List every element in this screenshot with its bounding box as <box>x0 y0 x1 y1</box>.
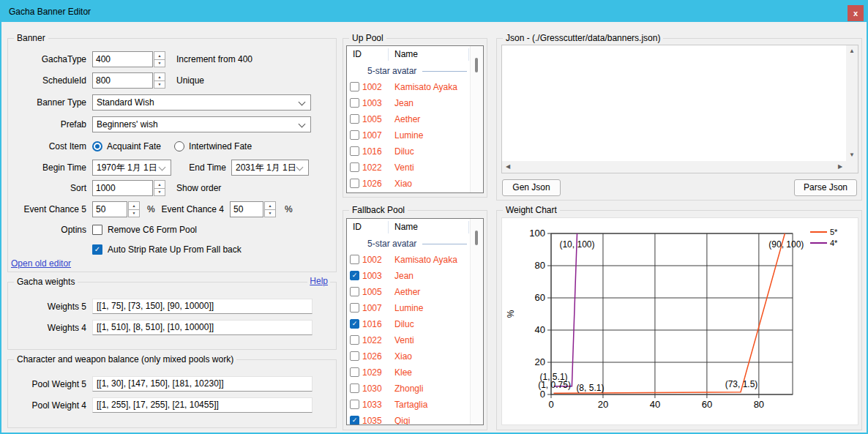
checkbox-icon[interactable] <box>92 225 102 235</box>
up-pool-list[interactable]: IDName5-star avatar1002Kamisato Ayaka100… <box>346 45 484 193</box>
list-item[interactable]: 1007Lumine <box>347 127 470 143</box>
list-item[interactable]: ✓1003Jean <box>347 268 470 284</box>
list-item[interactable]: 1016Diluc <box>347 143 470 160</box>
event-chance-4-input[interactable]: 50 ▲▼ <box>230 201 276 217</box>
pool-weight-4-input[interactable]: [[1, 255], [17, 255], [21, 10455]] <box>92 397 313 413</box>
optins-row: Optins Remove C6 Form Pool✓Auto Strip Ra… <box>8 222 336 261</box>
schedule-id-row: ScheduleId 800 ▲▼ Unique <box>8 72 336 89</box>
checkbox-icon[interactable] <box>350 384 359 393</box>
checkbox-icon[interactable] <box>350 130 359 140</box>
checkbox-icon[interactable]: ✓ <box>350 416 359 425</box>
banner-type-select[interactable]: Standard Wish <box>92 94 311 111</box>
event-chance-5-value[interactable]: 50 <box>92 201 127 217</box>
vertical-scrollbar[interactable] <box>470 46 483 192</box>
list-item[interactable]: 1007Lumine <box>347 300 470 316</box>
spin-down-icon[interactable]: ▼ <box>128 209 140 218</box>
spin-down-icon[interactable]: ▼ <box>154 59 165 68</box>
gacha-type-input[interactable]: 400 ▲▼ <box>92 51 165 67</box>
vertical-scrollbar[interactable]: ▲ ▼ <box>846 45 858 161</box>
pool-group-line <box>422 71 467 72</box>
schedule-id-input[interactable]: 800 ▲▼ <box>92 72 165 89</box>
checkbox-icon[interactable] <box>350 98 359 108</box>
checkbox-icon[interactable]: ✓ <box>92 244 102 255</box>
checkbox-icon[interactable]: ✓ <box>350 319 359 329</box>
schedule-id-spinner[interactable]: ▲▼ <box>154 72 165 89</box>
cost-item-option[interactable]: Intertwined Fate <box>174 141 252 151</box>
list-item[interactable]: 1033Tartaglia <box>347 397 470 413</box>
checkbox-icon[interactable]: ✓ <box>350 271 359 280</box>
horizontal-scrollbar[interactable]: ◀ ▶ <box>502 161 846 173</box>
checkbox-icon[interactable] <box>350 351 359 361</box>
checkbox-icon[interactable] <box>350 367 359 377</box>
scrollbar-thumb[interactable] <box>475 231 478 245</box>
svg-text:40: 40 <box>650 399 660 410</box>
radio-icon[interactable] <box>174 141 184 151</box>
event-chance-4-value[interactable]: 50 <box>230 201 263 217</box>
checkbox-icon[interactable] <box>350 162 359 172</box>
vertical-scrollbar[interactable] <box>470 219 483 424</box>
parse-json-button[interactable]: Parse Json <box>794 179 857 196</box>
schedule-id-value[interactable]: 800 <box>92 72 153 89</box>
gacha-type-value[interactable]: 400 <box>92 51 153 67</box>
list-item[interactable]: 1002Kamisato Ayaka <box>347 252 470 268</box>
scroll-down-icon[interactable]: ▼ <box>846 149 858 161</box>
optin-item[interactable]: Remove C6 Form Pool <box>92 222 242 238</box>
weights-4-label: Weights 4 <box>8 320 86 336</box>
list-item[interactable]: 1005Aether <box>347 284 470 300</box>
cost-item-option[interactable]: Acquaint Fate <box>92 141 161 151</box>
scroll-left-icon[interactable]: ◀ <box>502 161 514 173</box>
json-textbox[interactable]: ▲ ▼ ◀ ▶ <box>501 45 858 173</box>
list-item[interactable]: 1005Aether <box>347 111 470 127</box>
list-item[interactable]: 1002Kamisato Ayaka <box>347 79 470 95</box>
item-name: Zhongli <box>394 381 423 397</box>
checkbox-icon[interactable] <box>350 82 359 91</box>
gacha-type-spinner[interactable]: ▲▼ <box>154 51 165 67</box>
optin-item[interactable]: ✓Auto Strip Rate Up From Fall back <box>92 242 242 258</box>
list-item[interactable]: 1022Venti <box>347 160 470 176</box>
scroll-up-icon[interactable]: ▲ <box>846 45 858 57</box>
weights-4-input[interactable]: [[1, 510], [8, 510], [10, 10000]] <box>92 320 313 335</box>
item-id: 1005 <box>362 284 382 300</box>
app-window: Gacha Banner Editor x Banner GachaType 4… <box>0 0 868 434</box>
checkbox-icon[interactable] <box>350 335 359 345</box>
list-item[interactable]: 1029Klee <box>347 364 470 381</box>
list-item[interactable]: 1026Xiao <box>347 348 470 364</box>
list-item[interactable]: 1030Zhongli <box>347 381 470 397</box>
event-chance-5-spinner[interactable]: ▲▼ <box>128 201 140 217</box>
spin-down-icon[interactable]: ▼ <box>264 209 276 218</box>
checkbox-icon[interactable] <box>350 114 359 124</box>
checkbox-icon[interactable] <box>350 287 359 296</box>
event-chance-4-spinner[interactable]: ▲▼ <box>264 201 276 217</box>
fallback-pool-list[interactable]: IDName5-star avatar1002Kamisato Ayaka✓10… <box>346 218 484 425</box>
help-link[interactable]: Help <box>307 276 330 286</box>
checkbox-icon[interactable] <box>350 400 359 409</box>
list-item[interactable]: ✓1035Qiqi <box>347 413 470 425</box>
checkbox-icon[interactable] <box>350 179 359 188</box>
weights-5-input[interactable]: [[1, 75], [73, 150], [90, 10000]] <box>92 299 313 314</box>
spin-down-icon[interactable]: ▼ <box>154 81 165 89</box>
begin-time-picker[interactable]: 1970年 1月 1日 <box>92 160 171 176</box>
spin-down-icon[interactable]: ▼ <box>154 188 165 197</box>
close-button[interactable]: x <box>848 5 864 21</box>
gen-json-button[interactable]: Gen Json <box>502 179 561 196</box>
open-old-editor-link[interactable]: Open old editor <box>11 258 71 269</box>
list-item[interactable]: 1026Xiao <box>347 176 470 192</box>
scroll-right-icon[interactable]: ▶ <box>834 161 846 173</box>
sort-value[interactable]: 1000 <box>92 180 153 196</box>
list-item[interactable]: 1003Jean <box>347 95 470 111</box>
json-textarea[interactable] <box>502 45 845 160</box>
checkbox-icon[interactable] <box>350 146 359 156</box>
pool-weight-5-input[interactable]: [[1, 30], [147, 150], [181, 10230]] <box>92 376 313 392</box>
sort-spinner[interactable]: ▲▼ <box>154 180 165 196</box>
scrollbar-corner <box>846 161 858 173</box>
list-item[interactable]: 1022Venti <box>347 332 470 348</box>
event-chance-5-input[interactable]: 50 ▲▼ <box>92 201 140 217</box>
end-time-picker[interactable]: 2031年 1月 1日 <box>231 160 309 176</box>
radio-icon[interactable] <box>92 141 102 151</box>
scrollbar-thumb[interactable] <box>475 58 478 72</box>
checkbox-icon[interactable] <box>350 303 359 313</box>
sort-input[interactable]: 1000 ▲▼ <box>92 180 165 196</box>
prefab-select[interactable]: Beginners' wish <box>92 116 311 132</box>
list-item[interactable]: ✓1016Diluc <box>347 316 470 332</box>
checkbox-icon[interactable] <box>350 255 359 264</box>
